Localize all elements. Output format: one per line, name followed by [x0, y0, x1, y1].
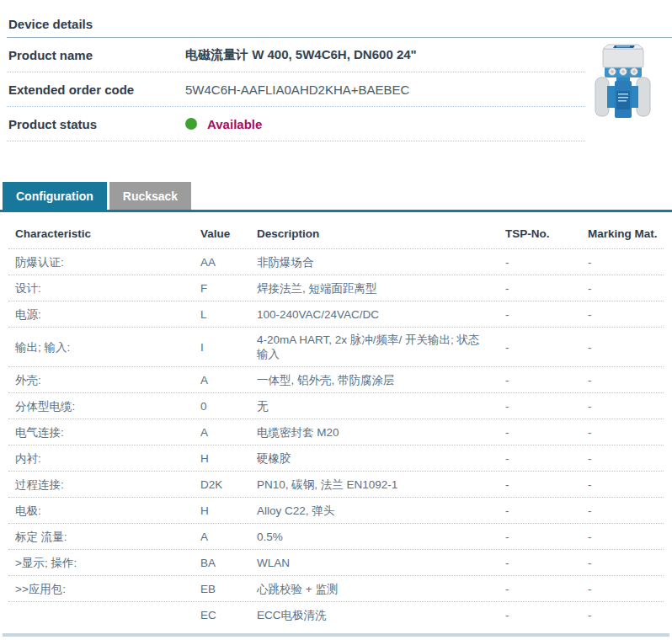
cell-marking-mat: -: [588, 250, 664, 275]
cell-characteristic: 外壳:: [8, 368, 200, 392]
table-row: 输出; 输入: I 4-20mA HART, 2x 脉冲/频率/ 开关输出; 状…: [8, 328, 664, 367]
column-header-value: Value: [200, 227, 257, 241]
status-text: Available: [207, 117, 262, 131]
cell-tsp-no: -: [497, 472, 588, 497]
table-row: 标定 流量: A 0.5% - -: [8, 524, 664, 550]
cell-value: A: [200, 420, 257, 445]
cell-value: H: [200, 499, 257, 523]
cell-characteristic: 内衬:: [8, 446, 200, 471]
cell-characteristic: 电源:: [8, 302, 200, 327]
cell-description: 4-20mA HART, 2x 脉冲/频率/ 开关输出; 状态输入: [257, 328, 497, 366]
cell-marking-mat: -: [588, 551, 664, 575]
cell-tsp-no: -: [497, 446, 588, 471]
table-row: 防爆认证: AA 非防爆场合 - -: [8, 249, 664, 275]
cell-tsp-no: -: [497, 394, 588, 419]
cell-description: 0.5%: [257, 525, 497, 549]
cell-characteristic: 电极:: [8, 499, 200, 523]
cell-marking-mat: -: [588, 420, 664, 445]
product-name-cn: 电磁流量计: [185, 47, 248, 61]
cell-description: 心跳校验 + 监测: [257, 577, 497, 601]
cell-value: 0: [200, 394, 257, 419]
cell-marking-mat: -: [588, 276, 664, 301]
cell-description: 无: [257, 394, 497, 419]
cell-marking-mat: -: [588, 499, 664, 523]
column-header-tsp-no: TSP-No.: [497, 227, 588, 241]
table-row: 过程连接: D2K PN10, 碳钢, 法兰 EN1092-1 - -: [8, 472, 664, 498]
product-name-row: Product name 电磁流量计 W 400, 5W4C6H, DN600 …: [7, 38, 585, 72]
cell-value: H: [200, 446, 257, 471]
cell-marking-mat: -: [588, 335, 664, 360]
device-details-section: Device details Product name 电磁流量计 W 400,…: [7, 0, 672, 141]
table-row: 外壳: A 一体型, 铝外壳, 带防腐涂层 - -: [8, 367, 664, 393]
cell-tsp-no: -: [497, 302, 588, 327]
table-row: >>应用包: EB 心跳校验 + 监测 - -: [8, 576, 664, 602]
table-row: 电气连接: A 电缆密封套 M20 - -: [8, 419, 664, 445]
extended-order-code-value: 5W4C6H-AAFLIA0AHD2KHA+BAEBEC: [185, 83, 409, 97]
cell-marking-mat: -: [588, 394, 664, 419]
tab-bar: ConfigurationRucksack: [3, 182, 672, 210]
tab-configuration[interactable]: Configuration: [3, 182, 107, 210]
cell-description: 非防爆场合: [257, 250, 497, 275]
cell-marking-mat: -: [588, 302, 664, 327]
cell-tsp-no: -: [497, 525, 588, 549]
cell-value: F: [200, 276, 257, 301]
cell-value: I: [200, 335, 257, 360]
cell-characteristic: 电气连接:: [8, 420, 200, 445]
cell-characteristic: 分体型电缆:: [8, 394, 200, 419]
cell-tsp-no: -: [497, 335, 588, 360]
column-header-description: Description: [257, 227, 497, 241]
cell-characteristic: 输出; 输入:: [8, 335, 200, 360]
status-available-dot-icon: [185, 118, 197, 130]
cell-tsp-no: -: [497, 368, 588, 392]
cell-marking-mat: -: [588, 577, 664, 601]
cell-characteristic: 防爆认证:: [8, 250, 200, 275]
cell-description: PN10, 碳钢, 法兰 EN1092-1: [257, 472, 497, 497]
cell-value: D2K: [200, 472, 257, 497]
table-row: 电源: L 100-240VAC/24VAC/DC - -: [8, 301, 664, 328]
column-header-characteristic: Characteristic: [8, 227, 200, 241]
cell-value: EB: [200, 577, 257, 601]
tab-rucksack[interactable]: Rucksack: [109, 182, 191, 210]
extended-order-code-label: Extended order code: [7, 83, 185, 97]
cell-tsp-no: -: [497, 250, 588, 275]
cell-tsp-no: -: [497, 577, 588, 601]
column-header-marking-mat: Marking Mat.: [588, 227, 664, 241]
cell-tsp-no: -: [497, 276, 588, 301]
cell-marking-mat: -: [588, 446, 664, 471]
cell-tsp-no: -: [497, 499, 588, 523]
table-row: >显示; 操作: BA WLAN - -: [8, 550, 664, 576]
cell-value: L: [200, 302, 257, 327]
cell-value: A: [200, 368, 257, 392]
table-row: 分体型电缆: 0 无 - -: [8, 393, 664, 419]
cell-description: 焊接法兰, 短端面距离型: [257, 276, 497, 301]
product-name-rest: W 400, 5W4C6H, DN600 24": [248, 47, 417, 61]
bottom-divider-bar: [3, 633, 669, 637]
product-name-label: Product name: [7, 48, 185, 62]
table-row: EC ECC电极清洗 - -: [8, 602, 664, 628]
cell-characteristic: >>应用包:: [8, 577, 200, 601]
product-status-value: Available: [185, 117, 262, 131]
cell-tsp-no: -: [497, 603, 588, 627]
cell-value: EC: [200, 603, 257, 627]
table-header-row: Characteristic Value Description TSP-No.…: [8, 212, 664, 249]
cell-marking-mat: -: [588, 525, 664, 549]
table-row: 设计: F 焊接法兰, 短端面距离型 - -: [8, 275, 664, 301]
cell-description: WLAN: [257, 551, 497, 575]
cell-tsp-no: -: [497, 551, 588, 575]
cell-description: ECC电极清洗: [257, 603, 497, 627]
cell-marking-mat: -: [588, 472, 664, 497]
cell-characteristic: 过程连接:: [8, 472, 200, 497]
cell-description: 100-240VAC/24VAC/DC: [257, 302, 497, 327]
cell-description: Alloy C22, 弹头: [257, 499, 497, 523]
cell-description: 一体型, 铝外壳, 带防腐涂层: [257, 368, 497, 392]
cell-characteristic: >显示; 操作:: [8, 551, 200, 575]
product-name-value: 电磁流量计 W 400, 5W4C6H, DN600 24": [185, 47, 417, 63]
cell-marking-mat: -: [588, 368, 664, 392]
extended-order-code-row: Extended order code 5W4C6H-AAFLIA0AHD2KH…: [7, 72, 585, 107]
cell-marking-mat: -: [588, 603, 664, 627]
cell-characteristic: 设计:: [8, 276, 200, 301]
product-status-row: Product status Available: [7, 107, 585, 141]
cell-value: A: [200, 525, 257, 549]
product-image-flowmeter: [595, 44, 657, 121]
product-status-label: Product status: [7, 117, 185, 131]
